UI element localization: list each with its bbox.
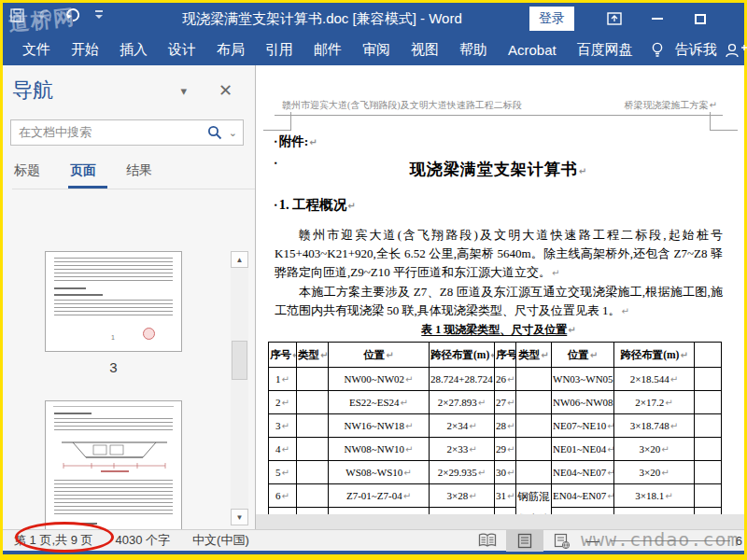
navigation-close-icon[interactable]: ✕ xyxy=(218,82,233,99)
paragraph-1: 赣州市迎宾大道(含飞翔路段)及文明大道快速路工程二标段,起始桩号 K15+403… xyxy=(275,226,723,283)
paragraph-mark: ↵ xyxy=(607,468,613,478)
menu-item-3[interactable]: 插入 xyxy=(109,35,158,64)
table-cell: 位置↵ xyxy=(552,343,614,368)
menu-item-5[interactable]: 布局 xyxy=(206,35,255,64)
menu-item-8[interactable]: 审阅 xyxy=(352,35,401,64)
share-person-icon[interactable] xyxy=(724,42,747,59)
nav-tab-2[interactable]: 页面 xyxy=(68,159,107,189)
scroll-down-icon[interactable]: ▼ xyxy=(231,509,248,525)
paragraph-mark: ↵ xyxy=(661,468,669,478)
search-dropdown-icon[interactable]: ⌄ xyxy=(229,127,237,139)
table-cell xyxy=(516,461,552,484)
language-indicator[interactable]: 中文(中国) xyxy=(181,532,261,549)
menu-item-9[interactable]: 视图 xyxy=(401,35,449,64)
paragraph-mark: ↵ xyxy=(680,350,687,360)
table-cell xyxy=(695,343,722,368)
read-mode-button[interactable] xyxy=(469,530,506,552)
maximize-button[interactable] xyxy=(690,9,711,28)
document-page[interactable]: 赣州市迎宾大道(含飞翔路段)及文明大道快速路工程二标段 桥梁现浇梁施工方案↵ ▪… xyxy=(256,65,744,514)
table-cell: 类型↵ xyxy=(516,343,552,368)
menu-item-12[interactable]: 百度网盘 xyxy=(567,35,643,64)
table-cell: 29↵ xyxy=(495,438,516,461)
page-indicator[interactable]: 第 1 页,共 9 页 xyxy=(3,532,105,549)
document-title: ▪现浇梁满堂支架计算书↵ xyxy=(275,159,723,180)
web-layout-button[interactable] xyxy=(543,530,581,552)
ribbon-display-options-button[interactable] xyxy=(604,9,625,28)
page-thumbnail-4[interactable] xyxy=(45,400,182,529)
menu-item-4[interactable]: 设计 xyxy=(158,35,206,64)
ribbon-tab-bar: 文件开始插入设计布局引用邮件审阅视图帮助Acrobat百度网盘 告诉我 xyxy=(3,35,744,65)
table-caption: 表 1 现浇梁类型、尺寸及位置↵ xyxy=(275,322,723,338)
paragraph-mark: ↵ xyxy=(490,350,494,360)
nav-tab-1[interactable]: 标题 xyxy=(12,159,51,189)
table-cell: 跨径布置(m)↵ xyxy=(430,343,495,368)
search-icon[interactable] xyxy=(207,125,222,140)
page-thumbnail-3[interactable]: 1 xyxy=(45,251,182,352)
paragraph-mark: ↵ xyxy=(507,398,514,408)
web-layout-icon xyxy=(554,533,571,549)
navigation-title: 导航 xyxy=(12,77,53,105)
menu-item-1[interactable]: 文件 xyxy=(12,35,61,64)
scroll-up-icon[interactable]: ▲ xyxy=(231,251,248,268)
paragraph-mark: ↵ xyxy=(469,491,476,501)
table-cell: NW06~NW08↵ xyxy=(552,391,614,414)
scrollbar-thumb[interactable] xyxy=(232,341,247,380)
table-cell: 3×20↵ xyxy=(614,438,695,461)
paragraph-mark: ↵ xyxy=(552,268,559,278)
nav-scrollbar[interactable]: ▲ ▼ xyxy=(231,251,248,525)
paragraph-2: 本施工方案主要涉及 Z7、Z8 匝道及东江源互通立交现浇梁施工,根据施工图,施工… xyxy=(275,283,723,321)
header-margin-mark-right xyxy=(710,112,738,131)
table-row: 4↵NW08~NW10↵2×33↵29↵NE01~NE04↵3×20↵ xyxy=(269,438,722,461)
paragraph-mark: ↵ xyxy=(282,468,289,478)
table-row: 2↵ES22~ES24↵2×27.893↵27↵NW06~NW08↵2×17.2… xyxy=(269,391,722,414)
paragraph-mark: ↵ xyxy=(568,325,575,335)
bridge-cross-section-diagram xyxy=(54,435,175,474)
table-cell: 3×20↵ xyxy=(614,461,695,484)
tell-me-label[interactable]: 告诉我 xyxy=(668,35,725,64)
menu-item-10[interactable]: 帮助 xyxy=(449,35,498,64)
menu-item-11[interactable]: Acrobat xyxy=(498,36,567,63)
paragraph-mark: ↵ xyxy=(579,166,587,176)
table-cell xyxy=(695,391,722,414)
customize-qat-dropdown-icon[interactable] xyxy=(94,8,106,21)
paragraph-mark: ↵ xyxy=(320,350,328,360)
nav-tab-3[interactable]: 结果 xyxy=(124,159,163,189)
paragraph-mark: ↵ xyxy=(282,491,289,501)
print-layout-button[interactable] xyxy=(506,530,543,552)
document-search-box[interactable]: 在文档中搜索 ⌄ xyxy=(10,119,244,146)
sign-in-button[interactable]: 登录 xyxy=(529,7,574,31)
zoom-out-button[interactable]: — xyxy=(581,533,605,548)
table-cell: 2×27.893↵ xyxy=(430,391,495,414)
redo-icon[interactable] xyxy=(65,7,81,22)
minimize-button[interactable] xyxy=(647,9,668,28)
paragraph-mark: ↵ xyxy=(710,100,717,110)
table-cell xyxy=(297,368,329,391)
status-bar: 第 1 页,共 9 页 4030 个字 中文(中国) xyxy=(3,529,744,551)
paragraph-mark: ↵ xyxy=(607,421,613,431)
paragraph-mark: ↵ xyxy=(282,444,289,455)
table-cell: Z7-01~Z7-04↵ xyxy=(329,484,430,508)
paragraph-mark: ↵ xyxy=(309,137,317,147)
paragraph-mark: ↵ xyxy=(507,491,514,501)
tell-me-bulb-icon xyxy=(651,42,664,59)
title-bar: 道桥网 现浇梁满堂支架计算书.doc [兼容模式] - Word 登录 xyxy=(3,3,744,35)
save-icon[interactable] xyxy=(10,8,24,22)
navigation-options-dropdown-icon[interactable]: ▾ xyxy=(180,84,187,98)
paragraph-mark: ↵ xyxy=(469,421,476,431)
paragraph-mark: ↵ xyxy=(507,444,514,455)
menu-item-2[interactable]: 开始 xyxy=(61,35,109,64)
paragraph-mark: ↵ xyxy=(405,374,413,385)
maximize-icon xyxy=(695,14,706,24)
undo-icon[interactable] xyxy=(37,8,52,22)
paragraph-mark: ↵ xyxy=(401,398,408,408)
paragraph-mark: ↵ xyxy=(282,421,289,431)
minimize-icon xyxy=(652,18,663,20)
zoom-slider[interactable] xyxy=(611,540,730,541)
menu-item-7[interactable]: 邮件 xyxy=(303,35,352,64)
word-count[interactable]: 4030 个字 xyxy=(105,532,182,549)
table-cell xyxy=(516,414,552,438)
paragraph-mark: ↵ xyxy=(282,398,289,408)
table-cell: 2×29.935↵ xyxy=(430,461,495,484)
word-window: 道桥网 现浇梁满堂支架计算书.doc [兼容模式] - Word 登录 文件开始… xyxy=(3,3,744,554)
menu-item-6[interactable]: 引用 xyxy=(255,35,303,64)
